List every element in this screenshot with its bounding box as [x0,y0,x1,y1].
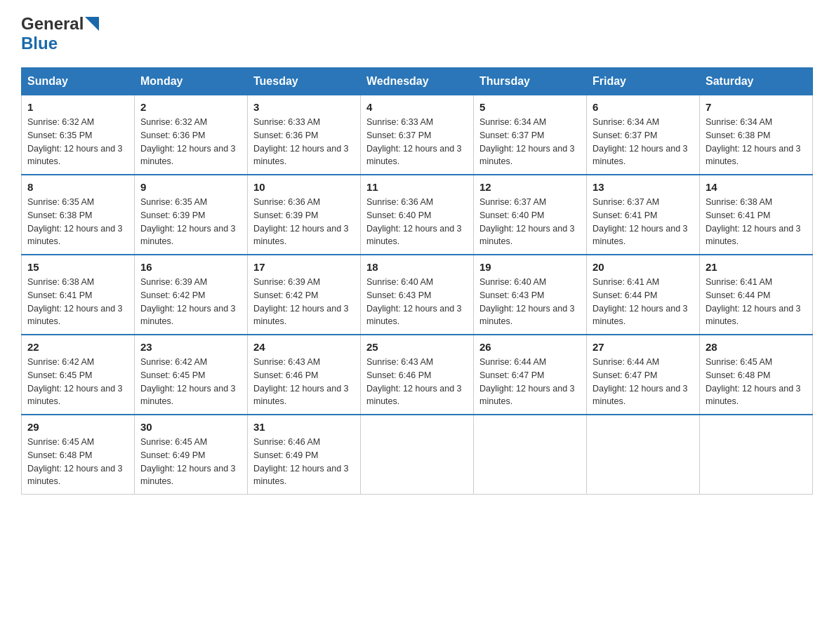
calendar-cell: 29 Sunrise: 6:45 AMSunset: 6:48 PMDaylig… [22,415,135,495]
calendar-cell: 19 Sunrise: 6:40 AMSunset: 6:43 PMDaylig… [474,255,587,335]
day-info: Sunrise: 6:32 AMSunset: 6:35 PMDaylight:… [27,117,123,166]
day-info: Sunrise: 6:46 AMSunset: 6:49 PMDaylight:… [253,437,349,486]
col-header-friday: Friday [587,68,700,95]
calendar-cell: 10 Sunrise: 6:36 AMSunset: 6:39 PMDaylig… [248,175,361,255]
day-info: Sunrise: 6:37 AMSunset: 6:40 PMDaylight:… [479,197,575,246]
calendar-cell: 4 Sunrise: 6:33 AMSunset: 6:37 PMDayligh… [361,95,474,175]
calendar-cell: 22 Sunrise: 6:42 AMSunset: 6:45 PMDaylig… [22,335,135,415]
calendar-cell [474,415,587,495]
day-number: 4 [366,101,468,113]
calendar-cell: 3 Sunrise: 6:33 AMSunset: 6:36 PMDayligh… [248,95,361,175]
calendar-cell: 21 Sunrise: 6:41 AMSunset: 6:44 PMDaylig… [700,255,813,335]
calendar-cell: 11 Sunrise: 6:36 AMSunset: 6:40 PMDaylig… [361,175,474,255]
day-info: Sunrise: 6:34 AMSunset: 6:37 PMDaylight:… [593,117,688,166]
day-number: 16 [140,261,241,273]
day-info: Sunrise: 6:37 AMSunset: 6:41 PMDaylight:… [593,197,688,246]
day-info: Sunrise: 6:41 AMSunset: 6:44 PMDaylight:… [706,277,801,326]
calendar-cell [700,415,813,495]
day-number: 25 [366,341,468,353]
calendar-cell: 20 Sunrise: 6:41 AMSunset: 6:44 PMDaylig… [587,255,700,335]
col-header-saturday: Saturday [700,68,813,95]
col-header-sunday: Sunday [22,68,135,95]
day-info: Sunrise: 6:35 AMSunset: 6:39 PMDaylight:… [140,197,236,246]
logo-blue-text: Blue [21,34,58,53]
day-info: Sunrise: 6:36 AMSunset: 6:40 PMDaylight:… [366,197,462,246]
calendar-cell: 18 Sunrise: 6:40 AMSunset: 6:43 PMDaylig… [361,255,474,335]
calendar-cell: 6 Sunrise: 6:34 AMSunset: 6:37 PMDayligh… [587,95,700,175]
day-number: 19 [479,261,581,273]
calendar-cell: 23 Sunrise: 6:42 AMSunset: 6:45 PMDaylig… [135,335,248,415]
calendar-cell: 7 Sunrise: 6:34 AMSunset: 6:38 PMDayligh… [700,95,813,175]
day-info: Sunrise: 6:42 AMSunset: 6:45 PMDaylight:… [140,357,236,406]
calendar-cell: 25 Sunrise: 6:43 AMSunset: 6:46 PMDaylig… [361,335,474,415]
day-info: Sunrise: 6:40 AMSunset: 6:43 PMDaylight:… [366,277,462,326]
day-info: Sunrise: 6:34 AMSunset: 6:38 PMDaylight:… [706,117,801,166]
calendar-header-row: SundayMondayTuesdayWednesdayThursdayFrid… [22,68,813,95]
day-number: 2 [140,101,241,113]
day-number: 30 [140,421,241,433]
day-number: 13 [593,181,694,193]
day-number: 8 [27,181,128,193]
calendar-cell: 14 Sunrise: 6:38 AMSunset: 6:41 PMDaylig… [700,175,813,255]
day-number: 23 [140,341,241,353]
calendar-cell: 1 Sunrise: 6:32 AMSunset: 6:35 PMDayligh… [22,95,135,175]
calendar-cell: 13 Sunrise: 6:37 AMSunset: 6:41 PMDaylig… [587,175,700,255]
day-info: Sunrise: 6:33 AMSunset: 6:36 PMDaylight:… [253,117,349,166]
logo-general-text: General [21,14,84,34]
calendar-cell [587,415,700,495]
calendar-cell: 24 Sunrise: 6:43 AMSunset: 6:46 PMDaylig… [248,335,361,415]
calendar-cell: 5 Sunrise: 6:34 AMSunset: 6:37 PMDayligh… [474,95,587,175]
day-info: Sunrise: 6:42 AMSunset: 6:45 PMDaylight:… [27,357,123,406]
calendar-cell: 17 Sunrise: 6:39 AMSunset: 6:42 PMDaylig… [248,255,361,335]
day-info: Sunrise: 6:41 AMSunset: 6:44 PMDaylight:… [593,277,688,326]
day-number: 5 [479,101,581,113]
day-info: Sunrise: 6:36 AMSunset: 6:39 PMDaylight:… [253,197,349,246]
col-header-wednesday: Wednesday [361,68,474,95]
day-info: Sunrise: 6:39 AMSunset: 6:42 PMDaylight:… [140,277,236,326]
calendar-cell [361,415,474,495]
day-number: 15 [27,261,128,273]
day-info: Sunrise: 6:34 AMSunset: 6:37 PMDaylight:… [479,117,575,166]
day-number: 1 [27,101,128,113]
day-info: Sunrise: 6:32 AMSunset: 6:36 PMDaylight:… [140,117,236,166]
day-info: Sunrise: 6:38 AMSunset: 6:41 PMDaylight:… [706,197,801,246]
day-number: 12 [479,181,581,193]
day-info: Sunrise: 6:43 AMSunset: 6:46 PMDaylight:… [253,357,349,406]
logo-container: General Blue [21,14,99,53]
day-info: Sunrise: 6:33 AMSunset: 6:37 PMDaylight:… [366,117,462,166]
calendar-table: SundayMondayTuesdayWednesdayThursdayFrid… [21,67,813,495]
day-info: Sunrise: 6:45 AMSunset: 6:49 PMDaylight:… [140,437,236,486]
day-number: 10 [253,181,355,193]
day-number: 17 [253,261,355,273]
day-info: Sunrise: 6:44 AMSunset: 6:47 PMDaylight:… [479,357,575,406]
calendar-cell: 30 Sunrise: 6:45 AMSunset: 6:49 PMDaylig… [135,415,248,495]
day-number: 31 [253,421,355,433]
day-number: 11 [366,181,468,193]
day-number: 24 [253,341,355,353]
day-number: 27 [593,341,694,353]
day-number: 3 [253,101,355,113]
svg-marker-0 [85,17,99,31]
col-header-monday: Monday [135,68,248,95]
calendar-cell: 27 Sunrise: 6:44 AMSunset: 6:47 PMDaylig… [587,335,700,415]
calendar-cell: 8 Sunrise: 6:35 AMSunset: 6:38 PMDayligh… [22,175,135,255]
day-number: 29 [27,421,128,433]
logo-triangle-icon [85,17,99,31]
day-info: Sunrise: 6:44 AMSunset: 6:47 PMDaylight:… [593,357,688,406]
day-number: 26 [479,341,581,353]
calendar-week-row: 29 Sunrise: 6:45 AMSunset: 6:48 PMDaylig… [22,415,813,495]
calendar-cell: 26 Sunrise: 6:44 AMSunset: 6:47 PMDaylig… [474,335,587,415]
calendar-cell: 12 Sunrise: 6:37 AMSunset: 6:40 PMDaylig… [474,175,587,255]
calendar-week-row: 22 Sunrise: 6:42 AMSunset: 6:45 PMDaylig… [22,335,813,415]
calendar-cell: 16 Sunrise: 6:39 AMSunset: 6:42 PMDaylig… [135,255,248,335]
day-number: 7 [706,101,807,113]
page-header: General Blue [21,14,813,53]
day-info: Sunrise: 6:40 AMSunset: 6:43 PMDaylight:… [479,277,575,326]
logo: General Blue [21,14,99,53]
calendar-cell: 31 Sunrise: 6:46 AMSunset: 6:49 PMDaylig… [248,415,361,495]
day-number: 14 [706,181,807,193]
day-number: 22 [27,341,128,353]
calendar-week-row: 8 Sunrise: 6:35 AMSunset: 6:38 PMDayligh… [22,175,813,255]
day-number: 21 [706,261,807,273]
calendar-cell: 15 Sunrise: 6:38 AMSunset: 6:41 PMDaylig… [22,255,135,335]
